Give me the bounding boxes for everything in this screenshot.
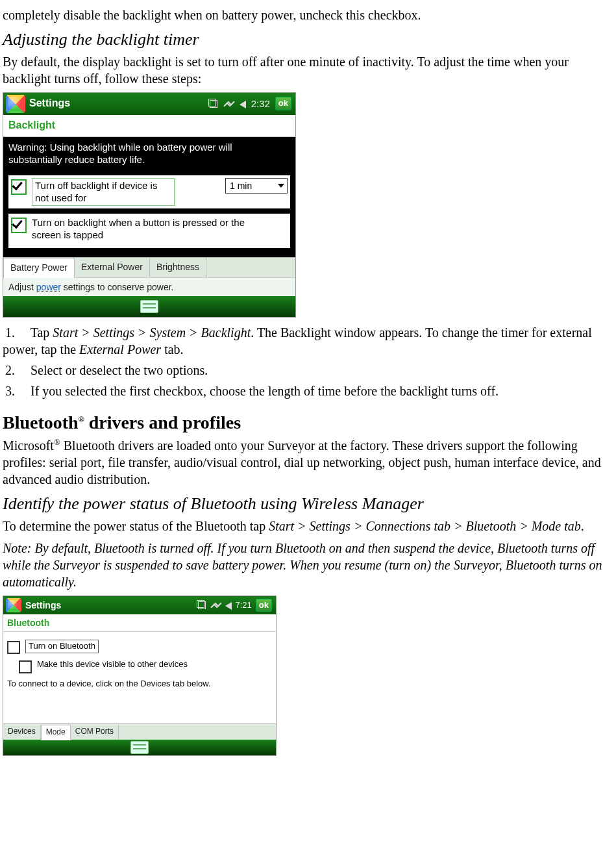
heading-bt-1: Bluetooth: [3, 412, 79, 432]
start-icon[interactable]: [6, 95, 25, 113]
intro-paragraph: completely disable the backlight when on…: [3, 6, 613, 23]
step-1-path: Start > Settings > System > Backlight: [53, 325, 251, 340]
tab-bar: Devices Mode COM Ports: [3, 723, 276, 740]
wm-titlebar: Settings 7:21 ok: [3, 596, 276, 614]
para-bt-path-ital: Start > Settings > Connections tab > Blu…: [269, 519, 581, 533]
checkbox-bt-visible[interactable]: [19, 660, 32, 673]
step-1-post2: tab.: [161, 342, 183, 357]
heading-bluetooth: Bluetooth® drivers and profiles: [3, 411, 613, 434]
label-bt-visible: Make this device visible to other device…: [37, 659, 188, 670]
tab-battery-power[interactable]: Battery Power: [3, 258, 75, 277]
para-bt-post: Bluetooth drivers are loaded onto your S…: [3, 438, 601, 486]
screenshot-bluetooth: Settings 7:21 ok Bluetooth Turn on Bluet…: [3, 595, 277, 756]
hint-post: settings to conserve power.: [61, 282, 174, 292]
para-bt-reg: ®: [54, 438, 60, 447]
step-number: 3.: [5, 382, 27, 399]
note-bt-default: Note: By default, Bluetooth is turned of…: [3, 540, 613, 590]
label-turn-on-backlight: Turn on backlight when a button is press…: [32, 216, 253, 242]
soft-key-bar: [3, 296, 295, 317]
heading-bt-reg: ®: [79, 414, 84, 423]
checkbox-turn-on-backlight[interactable]: [11, 218, 27, 233]
hint-bar: Adjust power settings to conserve power.: [3, 277, 295, 296]
tab-devices[interactable]: Devices: [3, 725, 41, 740]
start-icon[interactable]: [6, 598, 21, 612]
window-title: Settings: [25, 599, 61, 611]
step-number: 1.: [5, 324, 27, 341]
step-number: 2.: [5, 362, 27, 379]
window-title: Settings: [29, 97, 70, 110]
option-row-bt-on: Turn on Bluetooth: [7, 640, 272, 654]
system-tray: 2:32 ok: [208, 97, 291, 110]
tab-external-power[interactable]: External Power: [75, 258, 150, 277]
step-2-text: Select or deselect the two options.: [31, 363, 208, 377]
label-turn-off-backlight: Turn off backlight if device is not used…: [32, 178, 175, 206]
clock: 2:32: [251, 97, 270, 110]
tab-com-ports[interactable]: COM Ports: [71, 725, 119, 740]
step-2: 2. Select or deselect the two options.: [3, 362, 613, 379]
keyboard-icon[interactable]: [140, 300, 158, 313]
select-backlight-timeout[interactable]: 1 min: [225, 178, 288, 194]
step-1: 1. Tap Start > Settings > System > Backl…: [3, 324, 613, 358]
screenshot-backlight: Settings 2:32 ok Backlight Warning: Usin…: [3, 92, 296, 318]
tray-volume-icon[interactable]: [240, 101, 246, 108]
steps-backlight: 1. Tap Start > Settings > System > Backl…: [3, 324, 613, 399]
tab-mode[interactable]: Mode: [41, 725, 71, 740]
wm-titlebar: Settings 2:32 ok: [3, 93, 295, 115]
tab-bar: Battery Power External Power Brightness: [3, 257, 295, 277]
tab-brightness[interactable]: Brightness: [150, 258, 206, 277]
clock: 7:21: [236, 600, 252, 611]
tray-connection-icon[interactable]: [224, 99, 234, 109]
tray-connection-icon[interactable]: [211, 600, 221, 610]
tray-windows-icon[interactable]: [208, 99, 219, 109]
para-bt-pre: Microsoft: [3, 438, 54, 453]
para-bt-path-post: .: [581, 519, 584, 533]
hint-power-link[interactable]: power: [36, 282, 61, 292]
step-3-text: If you selected the first checkbox, choo…: [31, 384, 499, 398]
panel-title: Bluetooth: [3, 614, 276, 632]
option-row-2: Turn on backlight when a button is press…: [8, 214, 290, 248]
checkbox-turn-off-backlight[interactable]: [11, 179, 27, 195]
heading-bt-2: drivers and profiles: [84, 412, 241, 432]
soft-key-bar: [3, 740, 276, 755]
para-bt-drivers: Microsoft® Bluetooth drivers are loaded …: [3, 437, 613, 488]
tray-windows-icon[interactable]: [197, 600, 207, 610]
help-text: To connect to a device, click on the Dev…: [7, 679, 215, 690]
step-3: 3. If you selected the first checkbox, c…: [3, 382, 613, 399]
heading-bt-power-status: Identify the power status of Bluetooth u…: [3, 493, 613, 515]
tray-volume-icon[interactable]: [225, 602, 232, 610]
option-row-bt-visible: Make this device visible to other device…: [19, 659, 272, 673]
heading-backlight-timer: Adjusting the backlight timer: [3, 29, 613, 51]
panel-title: Backlight: [3, 115, 295, 137]
checkbox-turn-on-bluetooth[interactable]: [7, 641, 20, 654]
ok-button[interactable]: ok: [275, 97, 291, 110]
option-row-1: Turn off backlight if device is not used…: [8, 175, 290, 208]
para-bt-path-pre: To determine the power status of the Blu…: [3, 519, 269, 533]
ok-button[interactable]: ok: [256, 599, 272, 612]
para-bt-path: To determine the power status of the Blu…: [3, 518, 613, 534]
para-backlight-intro: By default, the display backlight is set…: [3, 53, 613, 87]
label-turn-on-bluetooth: Turn on Bluetooth: [25, 640, 99, 653]
system-tray: 7:21 ok: [197, 599, 272, 612]
step-1-path2: External Power: [79, 342, 161, 357]
backlight-warning: Warning: Using backlight while on batter…: [8, 141, 255, 166]
keyboard-icon[interactable]: [130, 741, 149, 754]
hint-pre: Adjust: [8, 282, 36, 292]
step-1-pre: Tap: [31, 325, 53, 340]
